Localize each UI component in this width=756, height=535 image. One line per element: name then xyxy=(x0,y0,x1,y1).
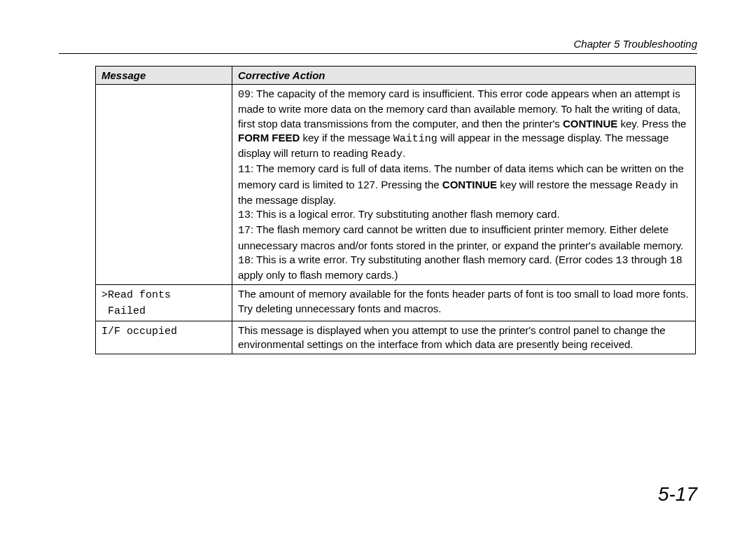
table-row: >Read fonts Failed The amount of memory … xyxy=(96,285,696,321)
cell-message: >Read fonts Failed xyxy=(96,285,232,321)
troubleshooting-table: Message Corrective Action 09: The capaci… xyxy=(95,66,696,354)
chapter-header: Chapter 5 Troubleshooting xyxy=(574,38,698,50)
cell-action: The amount of memory available for the f… xyxy=(232,285,696,321)
column-header-action: Corrective Action xyxy=(232,67,696,85)
table-row: 09: The capacity of the memory card is i… xyxy=(96,85,696,285)
cell-message xyxy=(96,85,232,285)
column-header-message: Message xyxy=(96,67,232,85)
content-area: Message Corrective Action 09: The capaci… xyxy=(95,66,696,354)
cell-action: 09: The capacity of the memory card is i… xyxy=(232,85,696,285)
table-row: I/F occupied This message is displayed w… xyxy=(96,321,696,354)
cell-message: I/F occupied xyxy=(96,321,232,354)
page-number: 5-17 xyxy=(658,483,697,506)
header-rule xyxy=(59,53,697,54)
cell-action: This message is displayed when you attem… xyxy=(232,321,696,354)
table-header-row: Message Corrective Action xyxy=(96,67,696,85)
